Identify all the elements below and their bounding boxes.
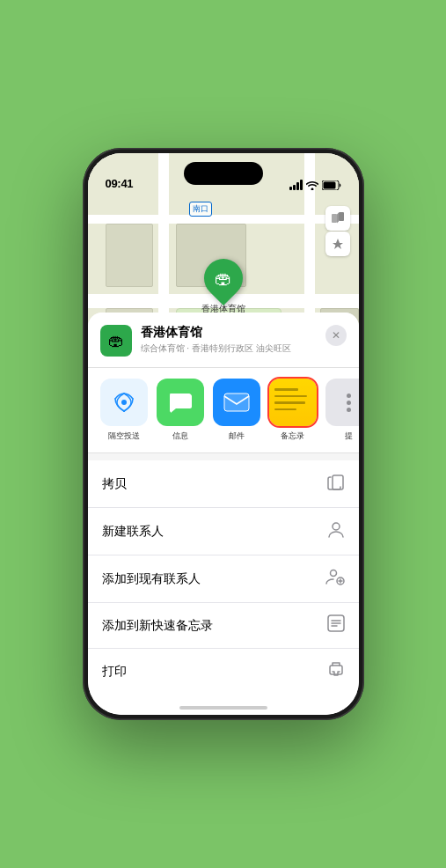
battery-icon <box>322 180 341 190</box>
venue-description: 综合体育馆 · 香港特别行政区 油尖旺区 <box>141 342 317 355</box>
share-airdrop[interactable]: 隔空投送 <box>100 379 148 442</box>
action-copy[interactable]: 拷贝 <box>88 460 359 508</box>
action-print[interactable]: 打印 <box>88 649 359 694</box>
share-messages[interactable]: 信息 <box>157 379 204 442</box>
action-new-contact-label: 新建联系人 <box>102 524 164 540</box>
airdrop-label: 隔空投送 <box>108 430 140 442</box>
action-add-existing-label: 添加到现有联系人 <box>102 571 201 587</box>
map-controls <box>325 206 350 256</box>
share-mail[interactable]: 邮件 <box>213 379 260 442</box>
mail-label: 邮件 <box>229 430 245 442</box>
svg-rect-2 <box>332 214 337 223</box>
svg-rect-6 <box>333 475 343 489</box>
action-copy-label: 拷贝 <box>102 476 127 492</box>
add-notes-icon <box>327 614 345 636</box>
airdrop-icon-wrap <box>100 379 148 426</box>
share-more[interactable]: 提 <box>325 379 359 442</box>
venue-logo-icon: 🏟 <box>108 332 124 350</box>
map-label: 南口 <box>189 202 212 217</box>
more-icon-wrap <box>325 379 359 426</box>
action-add-notes-label: 添加到新快速备忘录 <box>102 618 213 634</box>
venue-pin-icon: 🏟 <box>215 268 232 289</box>
copy-icon <box>327 472 345 496</box>
share-row: 隔空投送 信息 <box>88 368 359 453</box>
wifi-icon <box>306 180 318 190</box>
map-type-button[interactable] <box>325 206 350 231</box>
pin-bubble: 🏟 <box>195 251 250 305</box>
location-button[interactable] <box>325 232 350 256</box>
print-icon <box>327 660 345 682</box>
new-contact-icon <box>327 519 345 543</box>
signal-icon <box>289 180 303 190</box>
venue-pin[interactable]: 🏟 香港体育馆 <box>201 259 245 315</box>
svg-point-7 <box>333 523 340 530</box>
venue-logo: 🏟 <box>100 325 132 357</box>
svg-rect-3 <box>339 212 344 221</box>
messages-label: 信息 <box>172 430 188 442</box>
action-new-contact[interactable]: 新建联系人 <box>88 508 359 555</box>
notes-icon-container <box>269 379 317 426</box>
action-list: 拷贝 新建联系人 <box>88 460 359 694</box>
more-label: 提 <box>345 430 353 442</box>
action-add-existing[interactable]: 添加到现有联系人 <box>88 555 359 603</box>
notes-label: 备忘录 <box>281 430 304 442</box>
phone-frame: 09:41 <box>83 148 364 720</box>
notes-selected-indicator <box>267 377 318 428</box>
bottom-sheet: 🏟 香港体育馆 综合体育馆 · 香港特别行政区 油尖旺区 ✕ <box>88 313 359 715</box>
svg-rect-5 <box>224 394 249 411</box>
dynamic-island <box>184 162 263 185</box>
svg-point-4 <box>121 400 127 405</box>
messages-icon-wrap <box>157 379 204 426</box>
venue-header: 🏟 香港体育馆 综合体育馆 · 香港特别行政区 油尖旺区 ✕ <box>88 313 359 368</box>
add-existing-icon <box>325 567 345 591</box>
venue-name: 香港体育馆 <box>141 325 317 341</box>
close-icon: ✕ <box>332 329 340 342</box>
action-print-label: 打印 <box>102 664 127 680</box>
close-button[interactable]: ✕ <box>325 325 347 346</box>
svg-rect-11 <box>330 666 342 674</box>
status-icons <box>289 180 341 190</box>
mail-icon-wrap <box>213 379 260 426</box>
home-indicator <box>179 706 267 710</box>
home-indicator-area <box>88 694 359 715</box>
venue-info: 香港体育馆 综合体育馆 · 香港特别行政区 油尖旺区 <box>141 325 317 355</box>
svg-rect-1 <box>323 181 335 188</box>
action-add-notes[interactable]: 添加到新快速备忘录 <box>88 603 359 649</box>
share-notes[interactable]: 备忘录 <box>269 379 317 442</box>
svg-point-8 <box>330 570 336 577</box>
status-time: 09:41 <box>106 177 134 190</box>
phone-screen: 09:41 <box>88 153 359 715</box>
